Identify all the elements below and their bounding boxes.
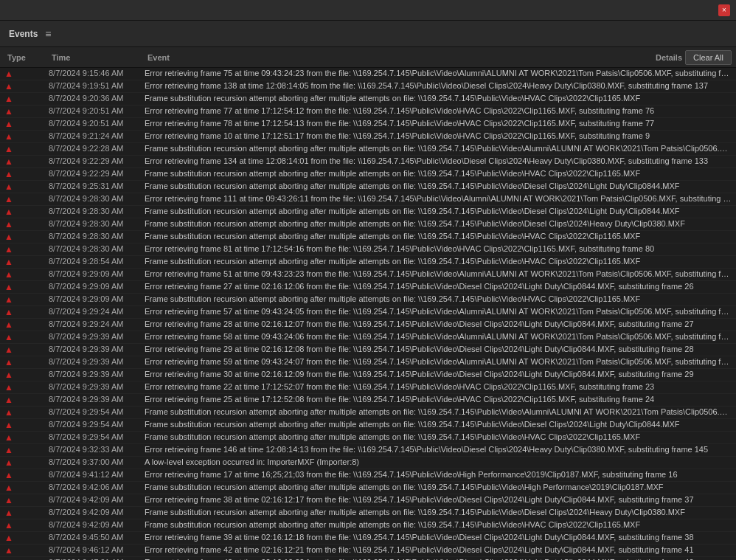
- log-row[interactable]: ▲8/7/2024 9:28:30 AMFrame substitution r…: [0, 206, 736, 218]
- log-type-cell: ▲: [4, 545, 49, 556]
- log-event-cell: Error retrieving frame 25 at time 17:12:…: [145, 395, 732, 404]
- log-row[interactable]: ▲8/7/2024 9:37:00 AMA low-level exceptio…: [0, 457, 736, 469]
- log-time-cell: 8/7/2024 9:25:31 AM: [49, 182, 145, 190]
- log-type-cell: ▲: [4, 420, 49, 430]
- log-type-cell: ▲: [4, 382, 49, 393]
- log-type-cell: ▲: [4, 257, 49, 267]
- clear-all-button[interactable]: Clear All: [685, 50, 732, 65]
- log-row[interactable]: ▲8/7/2024 9:21:24 AMError retrieving fra…: [0, 131, 736, 143]
- log-row[interactable]: ▲8/7/2024 9:28:54 AMFrame substitution r…: [0, 256, 736, 269]
- log-row[interactable]: ▲8/7/2024 9:19:51 AMError retrieving fra…: [0, 80, 736, 93]
- log-event-cell: Error retrieving frame 22 at time 17:12:…: [145, 382, 732, 391]
- log-row[interactable]: ▲8/7/2024 9:42:09 AMFrame substitution r…: [0, 507, 736, 519]
- log-row[interactable]: ▲8/7/2024 9:29:54 AMFrame substitution r…: [0, 407, 736, 419]
- header-event: Event: [145, 53, 626, 62]
- log-type-cell: ▲: [4, 131, 49, 142]
- log-row[interactable]: ▲8/7/2024 9:15:46 AMError retrieving fra…: [0, 68, 736, 80]
- log-time-cell: 8/7/2024 9:29:24 AM: [49, 307, 145, 316]
- warning-icon: ▲: [4, 382, 13, 393]
- log-row[interactable]: ▲8/7/2024 9:20:36 AMFrame substitution r…: [0, 93, 736, 106]
- log-type-cell: ▲: [4, 432, 49, 443]
- log-row[interactable]: ▲8/7/2024 9:29:39 AMError retrieving fra…: [0, 356, 736, 369]
- log-time-cell: 8/7/2024 9:37:00 AM: [49, 457, 145, 466]
- log-row[interactable]: ▲8/7/2024 9:29:24 AMError retrieving fra…: [0, 319, 736, 331]
- warning-icon: ▲: [4, 257, 13, 267]
- log-time-cell: 8/7/2024 9:22:29 AM: [49, 169, 145, 178]
- log-row[interactable]: ▲8/7/2024 9:29:39 AMError retrieving fra…: [0, 394, 736, 407]
- log-row[interactable]: ▲8/7/2024 9:20:51 AMError retrieving fra…: [0, 118, 736, 131]
- log-type-cell: ▲: [4, 232, 49, 242]
- close-button[interactable]: ×: [718, 4, 730, 16]
- log-time-cell: 8/7/2024 9:29:39 AM: [49, 382, 145, 391]
- warning-icon: ▲: [4, 407, 13, 418]
- log-row[interactable]: ▲8/7/2024 9:28:30 AMFrame substitution r…: [0, 218, 736, 231]
- header-actions: Details Clear All: [626, 50, 732, 65]
- warning-icon: ▲: [4, 495, 13, 505]
- log-row[interactable]: ▲8/7/2024 9:29:24 AMError retrieving fra…: [0, 306, 736, 319]
- warning-icon: ▲: [4, 219, 13, 229]
- toolbar: Events ≡: [0, 21, 736, 47]
- log-time-cell: 8/7/2024 9:42:09 AM: [49, 508, 145, 516]
- log-event-cell: Error retrieving frame 57 at time 09:43:…: [145, 307, 732, 316]
- log-event-cell: Error retrieving frame 28 at time 02:16:…: [145, 319, 732, 328]
- log-row[interactable]: ▲8/7/2024 9:22:28 AMFrame substitution r…: [0, 143, 736, 156]
- log-row[interactable]: ▲8/7/2024 9:42:09 AMFrame substitution r…: [0, 519, 736, 532]
- log-type-cell: ▲: [4, 94, 49, 104]
- log-type-cell: ▲: [4, 357, 49, 367]
- log-event-cell: Error retrieving frame 59 at time 09:43:…: [145, 357, 732, 366]
- log-time-cell: 8/7/2024 9:28:30 AM: [49, 194, 145, 203]
- log-type-cell: ▲: [4, 207, 49, 217]
- log-time-cell: 8/7/2024 9:28:30 AM: [49, 207, 145, 215]
- log-row[interactable]: ▲8/7/2024 9:22:29 AMError retrieving fra…: [0, 156, 736, 168]
- log-container[interactable]: ▲8/7/2024 9:15:46 AMError retrieving fra…: [0, 68, 736, 560]
- log-row[interactable]: ▲8/7/2024 9:28:30 AMFrame substitution r…: [0, 231, 736, 243]
- log-row[interactable]: ▲8/7/2024 9:32:33 AMError retrieving fra…: [0, 444, 736, 457]
- log-event-cell: Frame substitution recursion attempt abo…: [145, 420, 732, 429]
- log-row[interactable]: ▲8/7/2024 9:29:39 AMError retrieving fra…: [0, 381, 736, 394]
- log-row[interactable]: ▲8/7/2024 9:29:09 AMError retrieving fra…: [0, 281, 736, 294]
- log-row[interactable]: ▲8/7/2024 9:47:21 AMError retrieving fra…: [0, 557, 736, 560]
- log-time-cell: 8/7/2024 9:41:12 AM: [49, 470, 145, 479]
- title-bar: ×: [0, 0, 736, 21]
- warning-icon: ▲: [4, 357, 13, 367]
- log-time-cell: 8/7/2024 9:20:51 AM: [49, 119, 145, 128]
- menu-icon[interactable]: ≡: [45, 28, 51, 40]
- log-row[interactable]: ▲8/7/2024 9:46:12 AMError retrieving fra…: [0, 545, 736, 557]
- log-type-cell: ▲: [4, 244, 49, 255]
- log-row[interactable]: ▲8/7/2024 9:29:39 AMError retrieving fra…: [0, 369, 736, 381]
- log-row[interactable]: ▲8/7/2024 9:29:39 AMError retrieving fra…: [0, 344, 736, 356]
- log-row[interactable]: ▲8/7/2024 9:28:30 AMError retrieving fra…: [0, 243, 736, 256]
- log-row[interactable]: ▲8/7/2024 9:29:54 AMFrame substitution r…: [0, 432, 736, 444]
- warning-icon: ▲: [4, 106, 13, 117]
- log-time-cell: 8/7/2024 9:20:36 AM: [49, 94, 145, 103]
- log-row[interactable]: ▲8/7/2024 9:41:12 AMError retrieving fra…: [0, 469, 736, 482]
- log-row[interactable]: ▲8/7/2024 9:22:29 AMFrame substitution r…: [0, 168, 736, 181]
- warning-icon: ▲: [4, 370, 13, 380]
- log-row[interactable]: ▲8/7/2024 9:45:50 AMError retrieving fra…: [0, 532, 736, 545]
- log-time-cell: 8/7/2024 9:42:09 AM: [49, 495, 145, 504]
- log-time-cell: 8/7/2024 9:45:50 AM: [49, 533, 145, 542]
- log-type-cell: ▲: [4, 457, 49, 468]
- log-event-cell: Frame substitution recursion attempt abo…: [145, 232, 732, 241]
- warning-icon: ▲: [4, 445, 13, 455]
- log-row[interactable]: ▲8/7/2024 9:29:39 AMError retrieving fra…: [0, 331, 736, 344]
- log-row[interactable]: ▲8/7/2024 9:28:30 AMError retrieving fra…: [0, 193, 736, 206]
- log-event-cell: Error retrieving frame 81 at time 17:12:…: [145, 244, 732, 253]
- log-time-cell: 8/7/2024 9:29:39 AM: [49, 332, 145, 341]
- log-row[interactable]: ▲8/7/2024 9:42:09 AMError retrieving fra…: [0, 494, 736, 507]
- log-time-cell: 8/7/2024 9:29:54 AM: [49, 432, 145, 441]
- log-row[interactable]: ▲8/7/2024 9:20:51 AMError retrieving fra…: [0, 106, 736, 118]
- log-type-cell: ▲: [4, 156, 49, 167]
- log-time-cell: 8/7/2024 9:29:39 AM: [49, 357, 145, 366]
- log-event-cell: Frame substitution recursion attempt abo…: [145, 144, 732, 153]
- log-row[interactable]: ▲8/7/2024 9:29:09 AMFrame substitution r…: [0, 294, 736, 306]
- warning-icon: ▲: [4, 81, 13, 91]
- log-row[interactable]: ▲8/7/2024 9:29:54 AMFrame substitution r…: [0, 419, 736, 432]
- warning-icon: ▲: [4, 119, 13, 129]
- log-type-cell: ▲: [4, 144, 49, 154]
- warning-icon: ▲: [4, 131, 13, 142]
- log-row[interactable]: ▲8/7/2024 9:25:31 AMFrame substitution r…: [0, 181, 736, 193]
- log-event-cell: Error retrieving frame 146 at time 12:08…: [145, 445, 732, 454]
- log-row[interactable]: ▲8/7/2024 9:42:06 AMFrame substitution r…: [0, 482, 736, 494]
- log-row[interactable]: ▲8/7/2024 9:29:09 AMError retrieving fra…: [0, 269, 736, 281]
